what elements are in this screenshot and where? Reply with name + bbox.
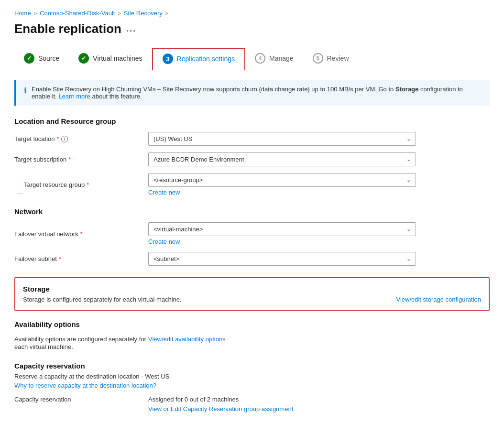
target-location-control: (US) West US ⌄	[148, 132, 490, 146]
wizard-steps: ✓ Source ✓ Virtual machines 3 Replicatio…	[14, 48, 490, 70]
location-resource-group-section: Location and Resource group Target locat…	[14, 117, 490, 196]
target-resource-group-row: Target resource group * <resource-group>…	[14, 173, 490, 196]
info-banner-icon: ℹ	[24, 86, 27, 95]
target-location-label: Target location * i	[14, 135, 148, 142]
page-title-row: Enable replication ...	[14, 22, 490, 36]
info-banner-bold: Storage	[395, 86, 418, 93]
learn-more-link[interactable]: Learn more	[58, 93, 90, 100]
availability-options-section: Availability options Availability option…	[14, 320, 490, 350]
breadcrumb-vault[interactable]: Contoso-Shared-Disk-Vault	[40, 10, 115, 17]
storage-description: Storage is configured separately for eac…	[23, 296, 182, 303]
breadcrumb: Home > Contoso-Shared-Disk-Vault > Site …	[14, 10, 490, 17]
capacity-value-col: Assigned for 0 out of 2 machines View or…	[148, 396, 490, 412]
failover-subnet-control: <subnet> ⌄	[148, 252, 490, 266]
step-label-review: Review	[327, 54, 349, 62]
info-banner: ℹ Enable Site Recovery on High Churning …	[14, 80, 490, 106]
failover-vnet-required: *	[80, 230, 83, 238]
step-icon-replication-settings: 3	[163, 54, 173, 64]
capacity-assigned-text: Assigned for 0 out of 2 machines	[148, 396, 490, 403]
availability-link-col: View/edit availability options	[148, 335, 490, 343]
availability-label-col: Availability options are configured sepa…	[14, 335, 148, 350]
failover-vnet-control: <virtual-machine> ⌄ Create new	[148, 222, 490, 245]
failover-vnet-dropdown[interactable]: <virtual-machine> ⌄	[148, 222, 416, 236]
page-title-more-button[interactable]: ...	[126, 24, 136, 34]
target-location-info-icon[interactable]: i	[61, 136, 68, 142]
capacity-section-title: Capacity reservation	[14, 362, 490, 370]
capacity-edit-link[interactable]: View or Edit Capacity Reservation group …	[148, 405, 293, 412]
failover-subnet-label: Failover subnet *	[14, 255, 148, 262]
network-section-title: Network	[14, 207, 490, 216]
availability-options-link[interactable]: View/edit availability options	[148, 336, 226, 343]
capacity-why-link[interactable]: Why to reserve capacity at the destinati…	[14, 382, 490, 389]
failover-subnet-row: Failover subnet * <subnet> ⌄	[14, 252, 490, 266]
wizard-step-source[interactable]: ✓ Source	[14, 48, 69, 69]
failover-subnet-required: *	[59, 255, 61, 262]
capacity-label: Capacity reservation	[14, 396, 148, 403]
wizard-step-manage[interactable]: 4 Manage	[245, 48, 303, 69]
failover-vnet-create-new[interactable]: Create new	[148, 238, 490, 245]
step-icon-review: 5	[313, 53, 323, 64]
availability-section-title: Availability options	[14, 320, 490, 328]
capacity-reservation-section: Capacity reservation Reserve a capacity …	[14, 362, 490, 412]
failover-subnet-dropdown[interactable]: <subnet> ⌄	[148, 252, 416, 266]
wizard-step-virtual-machines[interactable]: ✓ Virtual machines	[69, 48, 152, 69]
breadcrumb-site-recovery[interactable]: Site Recovery	[124, 10, 163, 17]
target-location-row: Target location * i (US) West US ⌄	[14, 132, 490, 146]
breadcrumb-sep-3: >	[165, 11, 168, 16]
step-label-virtual-machines: Virtual machines	[93, 54, 142, 62]
target-subscription-label: Target subscription *	[14, 156, 148, 163]
step-label-replication-settings: Replication settings	[177, 55, 235, 63]
target-resource-group-control: <resource-group> ⌄ Create new	[148, 173, 490, 196]
network-section: Network Failover virtual network * <virt…	[14, 207, 490, 266]
failover-vnet-chevron-icon: ⌄	[406, 226, 411, 232]
target-subscription-chevron-icon: ⌄	[406, 156, 411, 163]
breadcrumb-sep-2: >	[118, 11, 121, 16]
target-resource-group-required: *	[87, 181, 89, 188]
target-resource-group-label: Target resource group *	[14, 181, 148, 188]
step-label-source: Source	[38, 54, 59, 62]
failover-vnet-row: Failover virtual network * <virtual-mach…	[14, 222, 490, 245]
target-location-required: *	[57, 135, 59, 142]
step-label-manage: Manage	[269, 54, 294, 62]
availability-row: Availability options are configured sepa…	[14, 335, 490, 350]
indent-line: Target resource group *	[14, 181, 148, 188]
target-subscription-control: Azure BCDR Demo Environment ⌄	[148, 152, 490, 166]
storage-row: Storage is configured separately for eac…	[23, 296, 481, 303]
storage-section-title: Storage	[23, 285, 481, 293]
target-resource-group-create-new[interactable]: Create new	[148, 189, 490, 196]
wizard-step-replication-settings[interactable]: 3 Replication settings	[152, 48, 245, 70]
target-location-chevron-icon: ⌄	[406, 136, 411, 142]
location-section-title: Location and Resource group	[14, 117, 490, 125]
info-banner-text: Enable Site Recovery on High Churning VM…	[32, 86, 482, 100]
breadcrumb-home[interactable]: Home	[14, 10, 31, 17]
wizard-step-review[interactable]: 5 Review	[303, 48, 359, 69]
target-location-dropdown[interactable]: (US) West US ⌄	[148, 132, 416, 146]
target-resource-group-dropdown[interactable]: <resource-group> ⌄	[148, 173, 416, 187]
capacity-description: Reserve a capacity at the destination lo…	[14, 373, 490, 380]
target-subscription-dropdown[interactable]: Azure BCDR Demo Environment ⌄	[148, 152, 416, 166]
storage-config-link[interactable]: View/edit storage configuration	[396, 296, 481, 303]
step-icon-source: ✓	[24, 53, 34, 64]
storage-section: Storage Storage is configured separately…	[14, 277, 490, 311]
target-subscription-row: Target subscription * Azure BCDR Demo En…	[14, 152, 490, 166]
target-resource-group-chevron-icon: ⌄	[406, 177, 411, 183]
capacity-row: Capacity reservation Assigned for 0 out …	[14, 396, 490, 412]
failover-vnet-label: Failover virtual network *	[14, 230, 148, 238]
failover-subnet-chevron-icon: ⌄	[406, 256, 411, 262]
breadcrumb-sep-1: >	[34, 11, 37, 16]
step-icon-manage: 4	[255, 53, 265, 64]
step-icon-virtual-machines: ✓	[78, 53, 89, 64]
availability-description: Availability options are configured sepa…	[14, 336, 146, 350]
target-subscription-required: *	[68, 156, 71, 163]
page-title-text: Enable replication	[14, 22, 121, 36]
